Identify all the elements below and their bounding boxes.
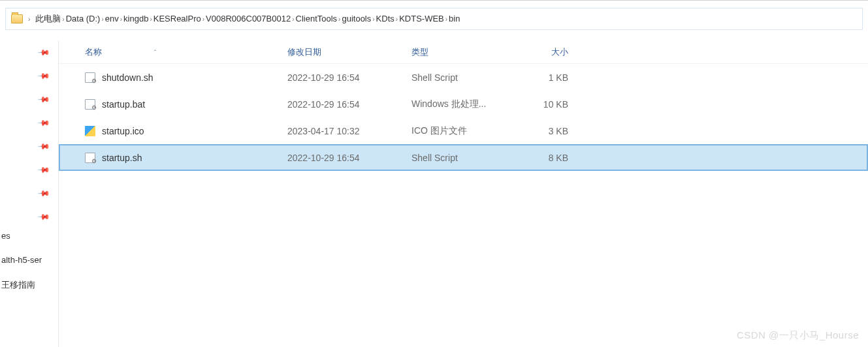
quick-access-pin[interactable]: 📌 bbox=[0, 64, 58, 87]
file-size: 8 KB bbox=[509, 153, 581, 163]
column-label: 名称 bbox=[85, 46, 102, 58]
window-top-border bbox=[0, 0, 868, 1]
breadcrumb-segment[interactable]: ClientTools bbox=[296, 14, 338, 23]
file-type: Windows 批处理... bbox=[405, 98, 509, 110]
pin-icon: 📌 bbox=[37, 46, 51, 59]
image-file-icon bbox=[85, 126, 95, 136]
quick-access-pin[interactable]: 📌 bbox=[0, 205, 58, 228]
chevron-right-icon[interactable]: › bbox=[445, 16, 447, 23]
chevron-right-icon[interactable]: › bbox=[292, 16, 294, 23]
file-size: 1 KB bbox=[509, 72, 581, 83]
column-header-date[interactable]: 修改日期 bbox=[281, 46, 405, 58]
quick-access-pin[interactable]: 📌 bbox=[0, 111, 58, 134]
script-file-icon bbox=[85, 72, 95, 83]
quick-access-pin[interactable]: 📌 bbox=[0, 87, 58, 111]
file-type: ICO 图片文件 bbox=[405, 125, 509, 137]
file-list: shutdown.sh2022-10-29 16:54Shell Script1… bbox=[59, 64, 868, 171]
folder-icon bbox=[11, 14, 23, 23]
file-date: 2022-10-29 16:54 bbox=[281, 72, 405, 83]
sort-ascending-icon: ˆ bbox=[154, 49, 156, 55]
chevron-right-icon[interactable]: › bbox=[28, 16, 30, 23]
chevron-right-icon[interactable]: › bbox=[120, 16, 122, 23]
breadcrumb-segment[interactable]: kingdb bbox=[123, 14, 148, 23]
file-row[interactable]: startup.sh2022-10-29 16:54Shell Script8 … bbox=[59, 144, 868, 171]
breadcrumb-segment[interactable]: KDts bbox=[376, 14, 394, 23]
nav-item[interactable]: es bbox=[0, 228, 58, 243]
column-header-name[interactable]: 名称 ˆ bbox=[59, 46, 281, 58]
address-bar[interactable]: › 此电脑›Data (D:)›env›kingdb›KESRealPro›V0… bbox=[5, 8, 863, 30]
chevron-right-icon[interactable]: › bbox=[202, 16, 204, 23]
file-size: 10 KB bbox=[509, 99, 581, 110]
pin-icon: 📌 bbox=[37, 187, 51, 200]
file-type: Shell Script bbox=[405, 72, 509, 83]
file-date: 2022-10-29 16:54 bbox=[281, 99, 405, 110]
script-file-icon bbox=[85, 153, 95, 163]
file-row[interactable]: shutdown.sh2022-10-29 16:54Shell Script1… bbox=[59, 64, 868, 91]
nav-item[interactable]: 王移指南 bbox=[0, 277, 58, 294]
pin-icon: 📌 bbox=[37, 116, 51, 130]
breadcrumb-segment[interactable]: KDTS-WEB bbox=[399, 14, 444, 23]
file-date: 2023-04-17 10:32 bbox=[281, 126, 405, 136]
breadcrumb-segment[interactable]: env bbox=[105, 14, 119, 23]
column-header-type[interactable]: 类型 bbox=[405, 46, 509, 58]
chevron-right-icon[interactable]: › bbox=[372, 16, 374, 23]
pin-icon: 📌 bbox=[37, 140, 51, 153]
pin-icon: 📌 bbox=[37, 93, 51, 106]
file-type: Shell Script bbox=[405, 153, 509, 163]
chevron-right-icon[interactable]: › bbox=[150, 16, 152, 23]
pin-icon: 📌 bbox=[37, 210, 51, 224]
quick-access-pin[interactable]: 📌 bbox=[0, 181, 58, 205]
file-row[interactable]: startup.ico2023-04-17 10:32ICO 图片文件3 KB bbox=[59, 117, 868, 144]
chevron-right-icon[interactable]: › bbox=[396, 16, 398, 23]
breadcrumb-segment[interactable]: V008R006C007B0012 bbox=[206, 14, 291, 23]
file-date: 2022-10-29 16:54 bbox=[281, 153, 405, 163]
file-list-pane: 名称 ˆ 修改日期 类型 大小 shutdown.sh2022-10-29 16… bbox=[59, 40, 868, 347]
file-name: shutdown.sh bbox=[102, 72, 153, 83]
pin-icon: 📌 bbox=[37, 69, 51, 83]
quick-access-pin[interactable]: 📌 bbox=[0, 40, 58, 64]
watermark-text: CSDN @一只小马_Hourse bbox=[737, 329, 859, 342]
column-header-size[interactable]: 大小 bbox=[509, 46, 581, 58]
nav-pane: 📌 📌 📌 📌 📌 📌 📌 📌 es alth-h5-ser 王移指南 bbox=[0, 40, 59, 347]
column-headers: 名称 ˆ 修改日期 类型 大小 bbox=[59, 40, 868, 64]
breadcrumb-segment[interactable]: bin bbox=[449, 14, 460, 23]
chevron-right-icon[interactable]: › bbox=[338, 16, 340, 23]
pin-icon: 📌 bbox=[37, 163, 51, 177]
file-row[interactable]: startup.bat2022-10-29 16:54Windows 批处理..… bbox=[59, 91, 868, 117]
breadcrumb-segment[interactable]: guitools bbox=[342, 14, 371, 23]
nav-item[interactable]: alth-h5-ser bbox=[0, 252, 58, 267]
breadcrumb: 此电脑›Data (D:)›env›kingdb›KESRealPro›V008… bbox=[35, 13, 460, 25]
file-name: startup.ico bbox=[102, 126, 144, 136]
quick-access-pin[interactable]: 📌 bbox=[0, 134, 58, 158]
chevron-right-icon[interactable]: › bbox=[101, 16, 103, 23]
breadcrumb-segment[interactable]: 此电脑 bbox=[35, 14, 61, 23]
file-name: startup.sh bbox=[102, 153, 142, 163]
file-size: 3 KB bbox=[509, 126, 581, 136]
breadcrumb-segment[interactable]: Data (D:) bbox=[66, 14, 101, 23]
breadcrumb-segment[interactable]: KESRealPro bbox=[153, 14, 201, 23]
quick-access-pin[interactable]: 📌 bbox=[0, 158, 58, 181]
file-name: startup.bat bbox=[102, 99, 145, 110]
script-file-icon bbox=[85, 99, 95, 110]
chevron-right-icon[interactable]: › bbox=[62, 16, 64, 23]
